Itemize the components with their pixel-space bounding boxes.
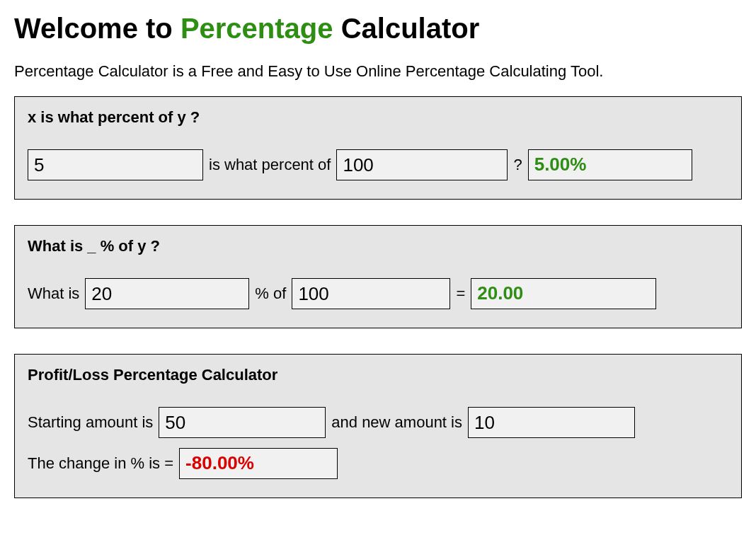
panel3-row2: The change in % is = -80.00%	[28, 448, 728, 479]
input-percent[interactable]	[85, 278, 249, 309]
panel-what-is-percent-of-y: What is _ % of y ? What is % of = 20.00	[14, 225, 742, 328]
panel1-row: is what percent of ? 5.00%	[28, 149, 728, 180]
panel2-mid-text: % of	[255, 284, 286, 303]
intro-text: Percentage Calculator is a Free and Easy…	[14, 62, 742, 81]
input-y[interactable]	[336, 149, 508, 180]
panel2-result: 20.00	[471, 278, 656, 309]
title-highlight: Percentage	[181, 13, 333, 44]
panel-x-percent-of-y: x is what percent of y ? is what percent…	[14, 96, 742, 200]
title-prefix: Welcome to	[14, 13, 181, 44]
panel1-title: x is what percent of y ?	[28, 108, 728, 127]
panel3-row1: Starting amount is and new amount is	[28, 407, 728, 438]
input-x[interactable]	[28, 149, 203, 180]
panel3-result-label: The change in % is =	[28, 454, 173, 473]
panel2-title: What is _ % of y ?	[28, 237, 728, 255]
panel3-result: -80.00%	[179, 448, 338, 479]
title-suffix: Calculator	[333, 13, 480, 44]
input-start-amount[interactable]	[159, 407, 326, 438]
panel3-mid-text: and new amount is	[331, 413, 462, 432]
panel1-mid-text: is what percent of	[209, 156, 331, 174]
input-y2[interactable]	[292, 278, 450, 309]
panel1-result: 5.00%	[528, 149, 692, 180]
panel1-question-mark: ?	[513, 156, 522, 174]
page-title: Welcome to Percentage Calculator	[14, 11, 742, 45]
input-new-amount[interactable]	[468, 407, 635, 438]
panel-profit-loss: Profit/Loss Percentage Calculator Starti…	[14, 354, 742, 498]
panel3-title: Profit/Loss Percentage Calculator	[28, 366, 728, 384]
panel2-equals: =	[456, 284, 465, 303]
panel2-lead-text: What is	[28, 284, 79, 303]
panel3-lead-text: Starting amount is	[28, 413, 153, 432]
panel2-row: What is % of = 20.00	[28, 278, 728, 309]
